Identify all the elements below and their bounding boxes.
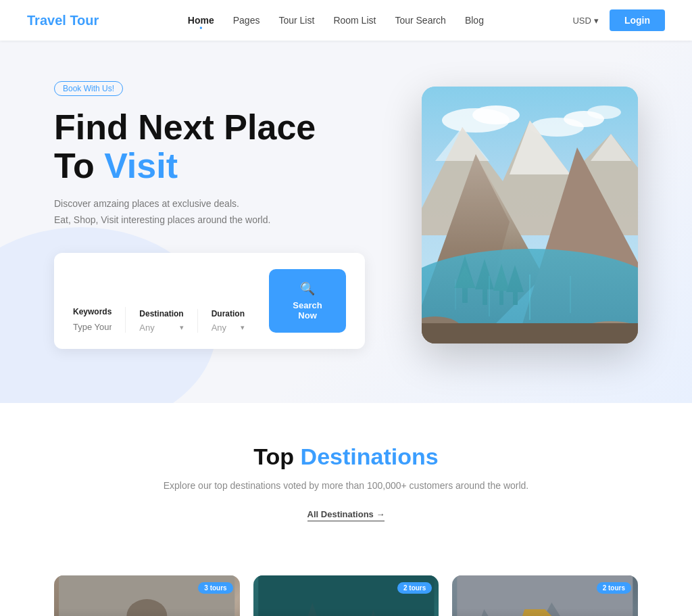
hero-title-accent: Visit [104,146,178,185]
destinations-title-accent: Destinations [301,444,439,469]
hero-title-line2: To [54,146,95,185]
nav-room-list[interactable]: Room List [333,14,376,26]
duration-select[interactable]: Any 1-3 days 4-7 days 1-2 weeks [212,323,238,333]
svg-marker-54 [518,609,566,616]
hero-content: Book With Us! Find Next Place To Visit D… [54,81,365,349]
destination-card-western-europe[interactable]: 3 tours Western Europe [54,575,240,616]
nav-right: USD ▾ Login [572,9,665,31]
western-europe-badge: 3 tours [198,582,232,594]
nav-blog[interactable]: Blog [465,14,484,26]
hero-badge: Book With Us! [54,81,123,96]
south-africa-badge: 2 tours [397,582,432,594]
svg-rect-42 [59,575,234,616]
hero-desc-line1: Discover amzaing places at exclusive dea… [54,198,239,209]
hero-title: Find Next Place To Visit [54,108,365,185]
hero-image-area [422,87,638,343]
destinations-section: Top Destinations Explore our top destina… [0,403,692,575]
chevron-down-icon: ▾ [180,323,184,332]
svg-rect-60 [458,575,633,616]
hero-image [422,87,638,343]
destination-label: Destination [139,309,183,318]
nav-links: Home Pages Tour List Room List Tour Sear… [188,14,484,26]
destination-select[interactable]: Any Europe Asia Africa [139,323,176,333]
chevron-down-icon: ▾ [241,323,245,332]
nav-tour-list[interactable]: Tour List [278,14,314,26]
destinations-description: Explore our top destinations voted by mo… [54,478,638,494]
search-icon: 🔍 [300,281,315,296]
svg-rect-30 [422,323,638,343]
nav-tour-search[interactable]: Tour Search [395,14,445,26]
currency-label: USD [572,16,591,26]
nav-home[interactable]: Home [188,14,214,26]
destination-cards-grid: 3 tours Western Europe 2 tours South Afr… [0,575,692,616]
svg-marker-47 [353,609,393,616]
search-button[interactable]: 🔍 Search Now [269,269,346,333]
currency-selector[interactable]: USD ▾ [572,16,598,26]
destination-field: Destination Any Europe Asia Africa ▾ [139,309,197,333]
svg-point-5 [587,105,621,119]
logo-brand: Travel [27,13,66,28]
hero-section: Book With Us! Find Next Place To Visit D… [0,41,692,403]
destination-card-scandinavia[interactable]: 2 tours Scandinavia [452,575,638,616]
search-button-label: Search Now [288,300,327,321]
destinations-title-normal: Top [253,444,294,469]
hero-title-line1: Find Next Place [54,108,316,147]
svg-point-2 [472,105,520,124]
hero-description: Discover amzaing places at exclusive dea… [54,196,365,229]
keywords-label: Keywords [73,307,112,316]
chevron-down-icon: ▾ [594,16,599,26]
svg-rect-49 [258,575,434,616]
keywords-input[interactable] [73,322,112,332]
destination-card-south-africa[interactable]: 2 tours South Africa [253,575,439,616]
duration-field: Duration Any 1-3 days 4-7 days 1-2 weeks… [212,309,258,333]
hero-desc-line2: Eat, Shop, Visit interesting places arou… [54,214,270,225]
search-card: Keywords Destination Any Europe Asia Afr… [54,253,365,349]
login-button[interactable]: Login [610,9,665,31]
scandinavia-badge: 2 tours [597,582,631,594]
logo: Travel Tour [27,13,99,28]
keywords-field: Keywords [73,307,126,333]
all-destinations-link[interactable]: All Destinations → [307,509,385,521]
navbar: Travel Tour Home Pages Tour List Room Li… [0,0,692,41]
destinations-title: Top Destinations [54,444,638,470]
duration-label: Duration [212,309,245,318]
nav-pages[interactable]: Pages [233,14,260,26]
